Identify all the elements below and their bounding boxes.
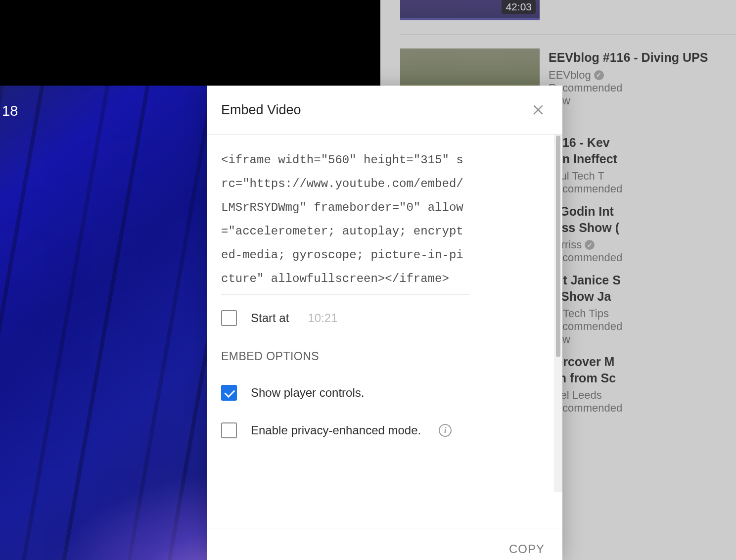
sidebar-divider [400,34,736,35]
close-icon [532,103,545,116]
video-duration-badge: 42:03 [502,0,536,14]
scrollbar[interactable] [554,135,562,492]
video-letterbox [0,0,380,86]
privacy-enhanced-checkbox[interactable] [221,422,237,438]
dialog-title: Embed Video [221,102,301,118]
close-button[interactable] [528,99,549,120]
info-icon[interactable] [439,424,452,437]
embed-options-heading: EMBED OPTIONS [221,350,549,363]
start-at-time-input[interactable]: 10:21 [308,311,337,325]
verified-icon [585,240,595,250]
recommendation-note: Recommended [549,82,708,94]
recommendation-new-badge: New [549,94,708,107]
verified-icon [594,70,604,80]
recommendation-title: EEVblog #116 [549,50,630,64]
embed-video-dialog: Embed Video <iframe width="560" height="… [207,86,562,560]
recommendation-thumb[interactable]: 42:03 [400,0,540,20]
recommendation-channel: EEVblog [549,69,591,82]
show-player-controls-checkbox[interactable] [221,385,237,401]
copy-button[interactable]: COPY [509,542,545,556]
start-at-label: Start at [251,311,289,325]
playlist-index-badge: 18 [0,103,18,119]
start-at-checkbox[interactable] [221,310,237,326]
show-player-controls-label: Show player controls. [251,386,364,400]
embed-code-textarea[interactable]: <iframe width="560" height="315" src="ht… [221,148,470,294]
privacy-enhanced-label: Enable privacy-enhanced mode. [251,423,421,437]
